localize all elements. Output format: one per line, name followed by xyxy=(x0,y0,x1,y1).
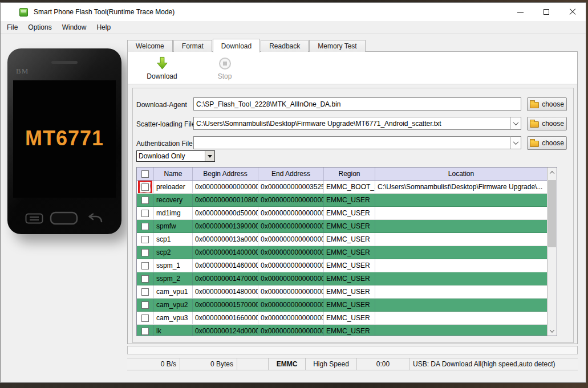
home-key-icon xyxy=(50,211,78,225)
menu-item[interactable]: Help xyxy=(91,21,116,34)
partition-table-body: Name Begin Address End Address Region Lo… xyxy=(137,168,547,336)
status-spacer xyxy=(237,358,269,370)
row-checkbox[interactable] xyxy=(141,183,149,191)
row-checkbox-cell xyxy=(137,259,154,272)
partition-name[interactable]: lk xyxy=(154,325,193,336)
status-usb-speed: High Speed xyxy=(306,358,357,370)
chevron-down-icon xyxy=(513,139,519,145)
choose-download-agent-button[interactable]: choose xyxy=(527,97,567,111)
row-checkbox[interactable] xyxy=(141,210,149,217)
partition-name[interactable]: md1img xyxy=(154,207,193,219)
begin-address: 0x0000000124d00000 xyxy=(193,325,258,336)
row-checkbox[interactable] xyxy=(141,223,149,230)
location: C:\Users\Somnambulist\Desktop\Firmware U… xyxy=(375,181,547,193)
stop-button[interactable]: Stop xyxy=(199,55,250,80)
row-checkbox-cell xyxy=(137,325,154,336)
auth-file-input[interactable] xyxy=(193,136,521,149)
col-header-end[interactable]: End Address xyxy=(258,168,324,180)
red-highlight-annotation xyxy=(138,233,152,246)
window-title: Smart Phone Flash Tool(Runtime Trace Mod… xyxy=(34,8,175,16)
table-row: scp2 0x0000000014000000 0x00000000000000… xyxy=(137,246,547,259)
partition-name[interactable]: cam_vpu3 xyxy=(154,312,193,324)
end-address: 0x0000000000000000 xyxy=(258,207,324,219)
partition-name[interactable]: cam_vpu1 xyxy=(154,285,193,298)
stop-button-label: Stop xyxy=(199,72,250,80)
red-highlight-annotation xyxy=(138,246,152,259)
status-bytes: 0 Bytes xyxy=(180,358,237,370)
row-checkbox[interactable] xyxy=(141,328,149,335)
maximize-button[interactable] xyxy=(533,3,559,21)
partition-name[interactable]: scp1 xyxy=(154,233,193,246)
row-checkbox-cell xyxy=(137,246,154,259)
scroll-down-button[interactable] xyxy=(548,326,557,336)
col-header-region[interactable]: Region xyxy=(324,168,375,180)
row-checkbox[interactable] xyxy=(141,249,149,256)
end-address: 0x0000000000000000 xyxy=(258,194,324,206)
select-all-checkbox[interactable] xyxy=(141,170,149,178)
row-checkbox-cell xyxy=(137,181,154,193)
end-address: 0x0000000000000000 xyxy=(258,312,324,324)
partition-name[interactable]: preloader xyxy=(154,181,193,193)
table-row: preloader 0x0000000000000000 0x000000000… xyxy=(137,181,547,194)
row-checkbox[interactable] xyxy=(141,301,149,309)
partition-name[interactable]: scp2 xyxy=(154,246,193,259)
scatter-file-input[interactable] xyxy=(193,117,521,130)
col-header-name[interactable]: Name xyxy=(154,168,193,180)
row-checkbox[interactable] xyxy=(141,275,149,283)
download-button[interactable]: Download xyxy=(136,55,188,80)
flash-mode-select[interactable]: Download Only xyxy=(136,150,215,162)
col-header-begin[interactable]: Begin Address xyxy=(193,168,258,180)
begin-address: 0x0000000014000000 xyxy=(193,246,258,259)
partition-name[interactable]: cam_vpu2 xyxy=(154,299,193,311)
red-highlight-annotation xyxy=(138,299,152,311)
scroll-up-button[interactable] xyxy=(548,168,557,177)
scatter-file-dropdown-button[interactable] xyxy=(510,117,521,130)
status-elapsed-time: 0:00 xyxy=(357,358,409,370)
menu-item[interactable]: File xyxy=(2,21,23,34)
location xyxy=(375,207,547,219)
download-agent-input[interactable] xyxy=(193,97,521,111)
tab[interactable]: Memory Test xyxy=(309,40,365,52)
region: EMMC_USER xyxy=(324,325,375,336)
menu-item[interactable]: Options xyxy=(23,21,56,34)
end-address: 0x0000000000000000 xyxy=(258,233,324,246)
tab[interactable]: Format xyxy=(173,40,212,52)
minimize-button[interactable] xyxy=(507,3,533,21)
region: EMMC_USER xyxy=(324,299,375,311)
choose-auth-file-button[interactable]: choose xyxy=(527,136,567,150)
row-checkbox[interactable] xyxy=(141,197,149,204)
location xyxy=(375,299,547,311)
tab[interactable]: Welcome xyxy=(127,40,173,52)
menu-item[interactable]: Window xyxy=(57,21,92,34)
row-checkbox[interactable] xyxy=(141,236,149,243)
row-checkbox[interactable] xyxy=(141,288,149,296)
table-scrollbar[interactable] xyxy=(547,168,557,336)
choose-scatter-file-button[interactable]: choose xyxy=(527,117,567,130)
region: EMMC_USER xyxy=(324,207,375,219)
app-window: Smart Phone Flash Tool(Runtime Trace Mod… xyxy=(0,2,586,383)
partition-name[interactable]: recovery xyxy=(154,194,193,206)
tab[interactable]: Readback xyxy=(261,40,309,52)
begin-address: 0x0000000014800000 xyxy=(193,285,258,298)
phone-speaker xyxy=(51,61,78,64)
scrollbar-thumb[interactable] xyxy=(548,180,556,247)
close-button[interactable] xyxy=(559,3,586,21)
region: EMMC_USER xyxy=(324,272,375,285)
flash-mode-dropdown-button[interactable] xyxy=(205,151,214,161)
row-checkbox[interactable] xyxy=(141,262,149,269)
table-row: sspm_1 0x0000000014600000 0x000000000000… xyxy=(137,259,547,272)
partition-name[interactable]: sspm_1 xyxy=(154,259,193,272)
row-checkbox-cell xyxy=(137,272,154,285)
location xyxy=(375,233,547,246)
begin-address: 0x0000000014700000 xyxy=(193,272,258,285)
auth-file-dropdown-button[interactable] xyxy=(510,136,521,149)
partition-name[interactable]: spmfw xyxy=(154,220,193,232)
region: EMMC_USER xyxy=(324,194,375,206)
table-row: sspm_2 0x0000000014700000 0x000000000000… xyxy=(137,272,547,285)
row-checkbox[interactable] xyxy=(141,315,149,322)
col-header-location[interactable]: Location xyxy=(375,168,547,180)
partition-name[interactable]: sspm_2 xyxy=(154,272,193,285)
row-checkbox-cell xyxy=(137,220,154,232)
tab[interactable]: Download xyxy=(213,39,260,52)
folder-icon xyxy=(530,121,539,128)
